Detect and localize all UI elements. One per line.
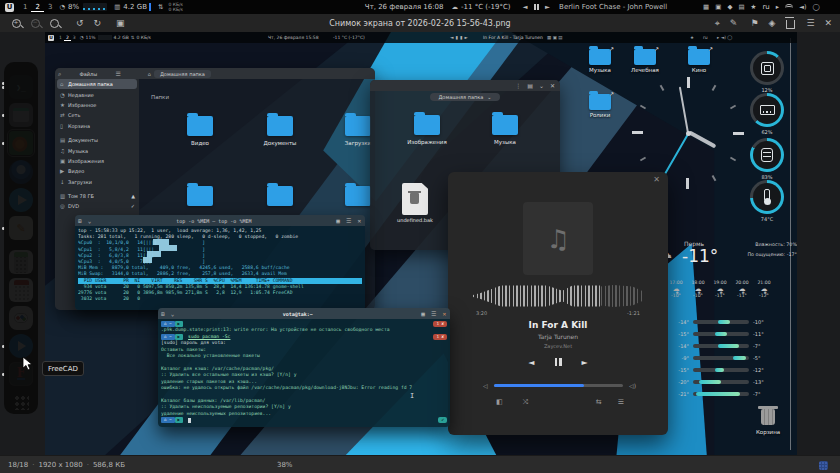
- sidebar-item-downloads[interactable]: ↓Загрузки: [55, 177, 139, 187]
- volume-icon[interactable]: ◄): [799, 3, 807, 11]
- files2-path-pill[interactable]: Домашняя папка ⌄: [430, 93, 499, 101]
- term2-split-icon[interactable]: ▦: [421, 310, 425, 317]
- sidebar-item-volume[interactable]: ▥Том 78 ГБ▲: [55, 191, 139, 201]
- sidebar-item-network[interactable]: ⇄Сеть: [55, 110, 139, 120]
- desktop-icon-kino[interactable]: Кино: [677, 46, 721, 73]
- workspace-2-active[interactable]: 2: [31, 3, 43, 12]
- tray-pin-icon[interactable]: ◆: [727, 3, 732, 11]
- workspace-3[interactable]: 3: [44, 3, 56, 11]
- folder-video[interactable]: Видео: [168, 116, 232, 146]
- files2-titlebar[interactable]: ⋮ ▤ ⌄ ✕: [370, 80, 560, 91]
- term2-titlebar[interactable]: ⊞ ⌄ vota@tak:~ ▦ ☰ ✕: [158, 308, 450, 319]
- forecast-row: ☁-15°-11°: [657, 328, 797, 340]
- dock-tooltip: FreeCAD: [42, 361, 84, 376]
- sidebar-item-home[interactable]: ⌂Домашняя папка: [57, 79, 137, 89]
- player-next-button[interactable]: ►: [582, 358, 588, 367]
- tray-grid-icon[interactable]: ▦: [703, 3, 709, 11]
- player-pause-button[interactable]: [555, 358, 562, 367]
- distro-logo-icon[interactable]: U: [5, 3, 14, 12]
- media-prev-button[interactable]: ◄: [523, 3, 528, 11]
- media-next-button[interactable]: ►: [545, 3, 550, 11]
- files1-path[interactable]: Домашняя папка: [154, 70, 211, 78]
- term1-split-icon[interactable]: ▦: [336, 217, 340, 224]
- term1-close-icon[interactable]: ✕: [357, 217, 361, 224]
- player-menu-icon[interactable]: ☰: [618, 398, 624, 406]
- desktop-icon-roliki[interactable]: Ролики: [578, 91, 622, 118]
- media-pause-button[interactable]: [534, 4, 540, 10]
- files2-chevron-down-icon[interactable]: ⌄: [539, 82, 544, 89]
- volume-slider[interactable]: [494, 384, 623, 387]
- cpu-usage[interactable]: 8%: [68, 3, 79, 11]
- files1-titlebar[interactable]: ⌕ Файлы ☰ ⌂ Домашняя папка: [55, 68, 375, 79]
- thumbnail-pager-icon[interactable]: [819, 461, 828, 470]
- cpu-sparkline[interactable]: [83, 3, 107, 11]
- volume-low-icon[interactable]: ◁: [483, 382, 488, 389]
- files2-more-icon[interactable]: ⋮: [515, 82, 521, 89]
- folder-music[interactable]: Музыка: [473, 115, 537, 145]
- folder-documents[interactable]: Документы: [248, 116, 312, 146]
- tray-screenshot-icon[interactable]: ▣: [715, 3, 721, 11]
- term1-menu-icon[interactable]: ☰: [346, 217, 351, 224]
- sidebar-item-dvd[interactable]: ◎DVD✓: [55, 201, 139, 211]
- terminal-top-window[interactable]: ⊞ ⌄ top -o %MEM — top -o %MEM ▦ ☰ ✕ top …: [75, 215, 365, 310]
- file-undefined-bak[interactable]: undefined.bak: [383, 183, 447, 223]
- term1-titlebar[interactable]: ⊞ ⌄ top -o %MEM — top -o %MEM ▦ ☰ ✕: [75, 215, 365, 226]
- sidebar-item-videos[interactable]: ▶Видео: [55, 166, 139, 176]
- term2-menu-icon[interactable]: ☰: [431, 310, 436, 317]
- player-close-icon[interactable]: ✕: [653, 175, 660, 184]
- delete-image-button[interactable]: [786, 20, 795, 29]
- term2-close-icon[interactable]: ✕: [442, 310, 446, 317]
- folder-row2[interactable]: [326, 186, 375, 206]
- wifi-icon[interactable]: [785, 4, 793, 12]
- ram-usage[interactable]: 4.2 GB: [123, 3, 147, 11]
- search-icon[interactable]: ⌕: [58, 70, 61, 78]
- player-shuffle-icon[interactable]: ⤨: [523, 398, 529, 406]
- music-player-window[interactable]: ✕ ♫ 3:20 -1:21 In For A Kill Tarja Turun…: [448, 172, 668, 435]
- power-icon[interactable]: ◯: [813, 3, 820, 11]
- terminal-bottom-window[interactable]: ⊞ ⌄ vota@tak:~ ▦ ☰ ✕ ⌂ ~▶1 ✘ .p9k.dump.s…: [158, 308, 450, 427]
- trash-desktop-icon[interactable]: Корзина: [745, 405, 791, 435]
- folder-pictures[interactable]: Изображения: [395, 115, 459, 145]
- chevron-right-icon[interactable]: ▸: [776, 3, 779, 11]
- sidebar-item-pictures[interactable]: ▣Изображения: [55, 156, 139, 166]
- zoom-level[interactable]: 38%: [277, 461, 293, 469]
- sidebar-item-trash[interactable]: ▯Корзина: [55, 121, 139, 131]
- network-speeds[interactable]: 0 КБ/s 0 КБ/s: [168, 2, 182, 12]
- term2-chevron-icon[interactable]: ⌄: [171, 310, 175, 317]
- files2-close-icon[interactable]: ✕: [550, 82, 555, 89]
- files1-menu-icon[interactable]: ☰: [115, 70, 120, 77]
- waveform-seekbar[interactable]: [473, 284, 643, 308]
- sidebar-item-documents[interactable]: ▤Документы: [55, 135, 139, 145]
- folder-row2[interactable]: [248, 186, 312, 206]
- eject-icon[interactable]: ▲: [131, 193, 135, 199]
- folder-icon: [187, 116, 213, 136]
- weather-applet[interactable]: -11 °C (-19°C): [461, 3, 511, 11]
- folder-row2[interactable]: [168, 186, 232, 206]
- desktop-icon-lechebnaya[interactable]: Лечебная: [623, 46, 667, 73]
- sidebar-item-recent[interactable]: ◔Недавние: [55, 89, 139, 99]
- desktop-icon-music[interactable]: Музыка: [578, 46, 622, 73]
- player-prev-button[interactable]: ◄: [528, 358, 534, 367]
- viewer-status-bar: 18/18 · 1920 x 1080 · 586,8 КБ 38%: [0, 455, 840, 473]
- keyboard-layout[interactable]: ru: [762, 3, 769, 11]
- tray-favorites-icon[interactable]: ★: [751, 3, 757, 11]
- clock[interactable]: Чт, 26 февраля 16:08: [365, 3, 444, 11]
- sidebar-item-starred[interactable]: ★Избранное: [55, 100, 139, 110]
- player-repeat-icon[interactable]: ⇆: [596, 398, 602, 406]
- folder-downloads[interactable]: Загрузки: [326, 116, 375, 146]
- screenshot-image[interactable]: U 1 2 3 ◔ 11% 4.2 GB ⇅ 0 КБ/s Чт, 26 фев…: [45, 32, 797, 455]
- workspace-1[interactable]: 1: [19, 3, 31, 11]
- tray-clipboard-icon[interactable]: ▤: [738, 3, 744, 11]
- term1-chevron-icon[interactable]: ⌄: [88, 217, 92, 224]
- player-playlist-panel-icon[interactable]: ◧: [496, 398, 503, 406]
- term1-new-tab-icon[interactable]: ⊞: [78, 217, 82, 224]
- term2-output[interactable]: ⌂ ~▶1 ✘ .p9k.dump.state:print:13: write …: [158, 319, 450, 427]
- volume-high-icon[interactable]: ◁): [629, 382, 636, 389]
- inner-tray-icons: ▦ ▣ ▤: [547, 35, 563, 40]
- exit-code-badge: 1 ✘: [433, 321, 447, 327]
- term2-new-tab-icon[interactable]: ⊞: [161, 310, 165, 317]
- files2-viewmode-icon[interactable]: ▤: [527, 82, 533, 89]
- inner-workspace-3: 3: [71, 35, 78, 40]
- media-track-title[interactable]: Berlin Foot Chase - John Powell: [559, 3, 667, 11]
- sidebar-item-music[interactable]: ♫Музыка: [55, 145, 139, 155]
